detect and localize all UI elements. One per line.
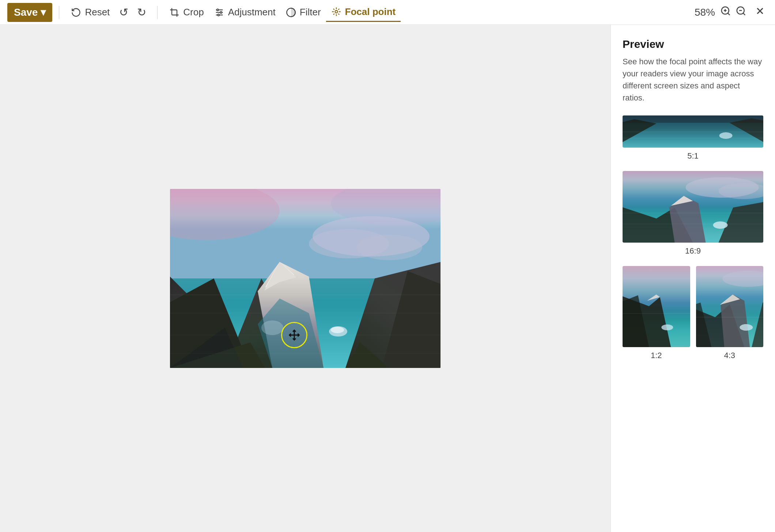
canvas-area[interactable] (0, 25, 610, 532)
zoom-out-button[interactable] (733, 3, 749, 21)
focal-point-move-icon (288, 329, 300, 341)
svg-line-13 (743, 13, 745, 15)
reset-button[interactable]: Reset (66, 3, 115, 22)
svg-point-7 (335, 11, 337, 13)
preview-image-1-2 (623, 266, 690, 347)
preview-label-4-3: 4:3 (696, 351, 764, 360)
reset-icon (71, 7, 81, 18)
filter-icon (286, 7, 296, 18)
toolbar-divider-2 (157, 6, 158, 19)
preview-label-1-2: 1:2 (623, 351, 690, 360)
svg-point-59 (713, 221, 728, 229)
focal-point-marker[interactable] (281, 322, 307, 348)
preview-row-bottom: 1:2 (623, 266, 763, 370)
close-icon (755, 5, 765, 16)
chevron-down-icon: ▾ (41, 6, 46, 18)
preview-label-16-9: 16:9 (623, 246, 763, 256)
preview-item-5-1: 5:1 (623, 115, 763, 161)
crop-button[interactable]: Crop (164, 3, 209, 22)
focal-point-label: Focal point (345, 6, 396, 18)
adjustment-label: Adjustment (228, 7, 276, 18)
preview-title: Preview (623, 38, 763, 50)
zoom-in-icon (720, 5, 731, 16)
main-content: Preview See how the focal point affects … (0, 25, 775, 532)
preview-item-16-9: 16:9 (623, 171, 763, 256)
svg-point-23 (356, 235, 422, 260)
zoom-level: 58% (695, 7, 715, 18)
svg-point-36 (261, 320, 283, 335)
crop-label: Crop (183, 7, 204, 18)
svg-point-49 (719, 132, 733, 139)
redo-icon: ↻ (137, 6, 146, 19)
preview-item-4-3: 4:3 (696, 266, 764, 360)
undo-icon: ↺ (119, 6, 128, 19)
preview-description: See how the focal point affects the way … (623, 56, 763, 104)
preview-image-16-9 (623, 171, 763, 243)
preview-image-4-3 (696, 266, 764, 347)
svg-point-3 (217, 9, 219, 11)
svg-point-65 (661, 324, 673, 330)
save-label: Save (14, 7, 38, 18)
focal-point-button[interactable]: Focal point (326, 3, 401, 22)
focal-point-icon (331, 7, 341, 17)
adjustment-icon (214, 7, 224, 18)
crop-icon (169, 7, 179, 18)
close-button[interactable] (752, 3, 768, 21)
svg-line-9 (728, 13, 730, 15)
filter-button[interactable]: Filter (281, 3, 326, 22)
filter-label: Filter (300, 7, 321, 18)
preview-image-5-1 (623, 115, 763, 148)
right-panel: Preview See how the focal point affects … (610, 25, 775, 532)
preview-item-1-2: 1:2 (623, 266, 690, 360)
reset-label: Reset (85, 7, 110, 18)
svg-point-4 (220, 11, 222, 13)
svg-point-74 (740, 324, 753, 331)
adjustment-button[interactable]: Adjustment (209, 3, 281, 22)
save-button[interactable]: Save ▾ (7, 3, 52, 22)
toolbar: Save ▾ Reset ↺ ↻ Crop Adjustment (0, 0, 775, 25)
zoom-in-button[interactable] (718, 3, 733, 21)
svg-point-38 (331, 327, 344, 333)
image-container[interactable] (170, 189, 441, 368)
zoom-out-icon (736, 5, 746, 16)
redo-button[interactable]: ↻ (133, 3, 151, 22)
toolbar-divider (59, 6, 59, 19)
svg-point-5 (218, 14, 219, 16)
undo-button[interactable]: ↺ (115, 3, 133, 22)
preview-label-5-1: 5:1 (623, 151, 763, 161)
